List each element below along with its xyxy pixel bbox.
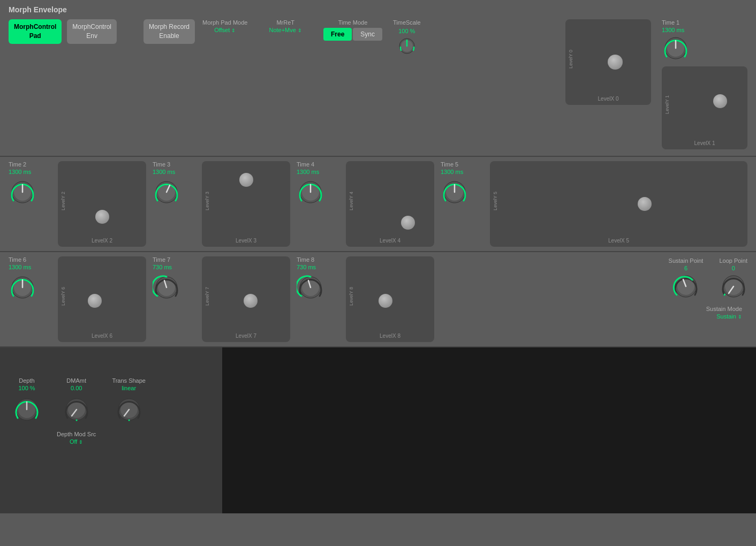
time8-group: Time 8 730 ms <box>297 256 339 304</box>
time1-label: Time 1 <box>662 19 679 26</box>
levelx4-label: LevelX 4 <box>346 238 434 244</box>
mrret-value[interactable]: Note+Mve ⇕ <box>269 27 302 33</box>
dmamt-knob[interactable] <box>63 396 90 426</box>
time-mode-label: Time Mode <box>338 19 368 26</box>
levelx3-drag-ball[interactable] <box>239 173 253 187</box>
sync-button[interactable]: Sync <box>353 28 382 41</box>
trans-shape-knob[interactable] <box>115 396 143 426</box>
time3-label: Time 3 <box>153 161 170 168</box>
time6-label: Time 6 <box>9 256 26 263</box>
time4-value: 1300 ms <box>297 169 319 175</box>
levelx2-area: LevelY 2 LevelX 2 <box>58 161 146 247</box>
levelx3-label: LevelX 3 <box>202 238 290 244</box>
levelx0-area: LevelY 0 LevelX 0 <box>565 19 651 105</box>
levelx0-drag-ball[interactable] <box>608 55 623 70</box>
time1-knob[interactable] <box>662 34 690 62</box>
time4-knob[interactable] <box>297 178 324 208</box>
levelx8-drag-ball[interactable] <box>379 294 392 308</box>
time2-label: Time 2 <box>9 161 26 168</box>
timescale-label: TimeScale <box>393 19 421 26</box>
levelx1-label: LevelX 1 <box>662 140 747 146</box>
levely0-label: LevelY 0 <box>568 24 573 94</box>
time5-value: 1300 ms <box>441 169 463 175</box>
trans-shape-label: Trans Shape <box>112 377 146 384</box>
levely3-label: LevelY 3 <box>205 165 210 236</box>
levelx3-area: LevelY 3 LevelX 3 <box>202 161 290 247</box>
depth-knob[interactable] <box>13 396 41 426</box>
svg-point-2 <box>406 41 407 42</box>
depth-mod-src-value[interactable]: Off ⇕ <box>70 438 84 445</box>
levelx5-drag-ball[interactable] <box>638 197 652 211</box>
time7-knob[interactable] <box>153 274 180 304</box>
sustain-point-knob[interactable] <box>672 272 700 302</box>
levelx1-area: LevelY 1 LevelX 1 <box>662 66 747 149</box>
time8-label: Time 8 <box>297 256 314 263</box>
dmamt-value: 0.00 <box>71 385 82 391</box>
trans-shape-value: linear <box>122 385 136 391</box>
depth-mod-src-label: Depth Mod Src <box>57 431 96 437</box>
time6-knob[interactable] <box>9 274 36 304</box>
bottom-panel: Depth 100 % DMAmt 0.00 <box>0 347 222 513</box>
morph-control-env-button[interactable]: MorphControl Env <box>67 19 117 44</box>
sustain-point-label: Sustain Point <box>669 257 704 264</box>
time5-knob[interactable] <box>441 178 468 208</box>
levelx6-label: LevelX 6 <box>58 333 146 339</box>
page-title: Morph Envelope <box>9 5 67 14</box>
loop-point-label: Loop Point <box>719 257 747 264</box>
time2-value: 1300 ms <box>9 169 31 175</box>
levely7-label: LevelY 7 <box>205 261 210 331</box>
time4-group: Time 4 1300 ms <box>297 161 339 208</box>
time2-group: Time 2 1300 ms <box>9 161 51 208</box>
levelx6-area: LevelY 6 LevelX 6 <box>58 256 146 342</box>
levely2-label: LevelY 2 <box>61 165 66 236</box>
time3-value: 1300 ms <box>153 169 175 175</box>
dmamt-label: DMAmt <box>66 377 86 384</box>
levelx7-drag-ball[interactable] <box>244 294 258 308</box>
time1-value: 1300 ms <box>662 27 684 33</box>
depth-label: Depth <box>19 377 34 384</box>
time1-group: Time 1 1300 ms <box>662 19 690 62</box>
levelx5-area: LevelY 5 LevelX 5 <box>490 161 747 247</box>
levelx2-drag-ball[interactable] <box>95 210 109 224</box>
morph-record-enable-button[interactable]: Morph Record Enable <box>143 19 195 44</box>
levelx4-drag-ball[interactable] <box>401 216 415 230</box>
time6-group: Time 6 1300 ms <box>9 256 51 304</box>
levelx2-label: LevelX 2 <box>58 238 146 244</box>
time5-label: Time 5 <box>441 161 458 168</box>
levelx4-area: LevelY 4 LevelX 4 <box>346 161 434 247</box>
mrret-label: MrReT <box>276 19 294 26</box>
free-button[interactable]: Free <box>323 28 352 41</box>
time7-value: 730 ms <box>153 264 172 270</box>
levelx1-drag-ball[interactable] <box>713 94 727 108</box>
sustain-mode-value[interactable]: Sustain ⇕ <box>716 313 742 320</box>
time-mode-buttons: Free Sync <box>323 28 382 41</box>
time7-group: Time 7 730 ms <box>153 256 195 304</box>
levely4-label: LevelY 4 <box>349 165 354 236</box>
levelx5-label: LevelX 5 <box>490 238 747 244</box>
time6-value: 1300 ms <box>9 264 31 270</box>
time7-label: Time 7 <box>153 256 170 263</box>
morph-control-pad-button[interactable]: MorphControl Pad <box>9 19 62 44</box>
timescale-value: 100 % <box>398 28 415 34</box>
levely5-label: LevelY 5 <box>493 165 498 236</box>
time4-label: Time 4 <box>297 161 314 168</box>
sustain-mode-label: Sustain Mode <box>706 306 742 312</box>
time8-value: 730 ms <box>297 264 316 270</box>
timescale-knob[interactable] <box>397 36 417 56</box>
levely8-label: LevelY 8 <box>349 261 354 331</box>
levelx6-drag-ball[interactable] <box>88 294 102 308</box>
time5-group: Time 5 1300 ms <box>441 161 483 208</box>
morph-pad-mode-label: Morph Pad Mode <box>202 19 247 26</box>
levelx0-label: LevelX 0 <box>565 96 651 102</box>
levely1-label: LevelY 1 <box>664 71 670 139</box>
time2-knob[interactable] <box>9 178 36 208</box>
levelx7-area: LevelY 7 LevelX 7 <box>202 256 290 342</box>
levely6-label: LevelY 6 <box>61 261 66 331</box>
time3-knob[interactable] <box>153 178 180 208</box>
morph-pad-mode-value[interactable]: Offset ⇕ <box>214 27 236 33</box>
loop-point-knob[interactable] <box>720 272 747 302</box>
time8-knob[interactable] <box>297 274 324 304</box>
levelx8-area: LevelY 8 LevelX 8 <box>346 256 434 342</box>
sustain-point-value: 6 <box>684 265 687 271</box>
loop-point-value: 0 <box>732 265 735 271</box>
